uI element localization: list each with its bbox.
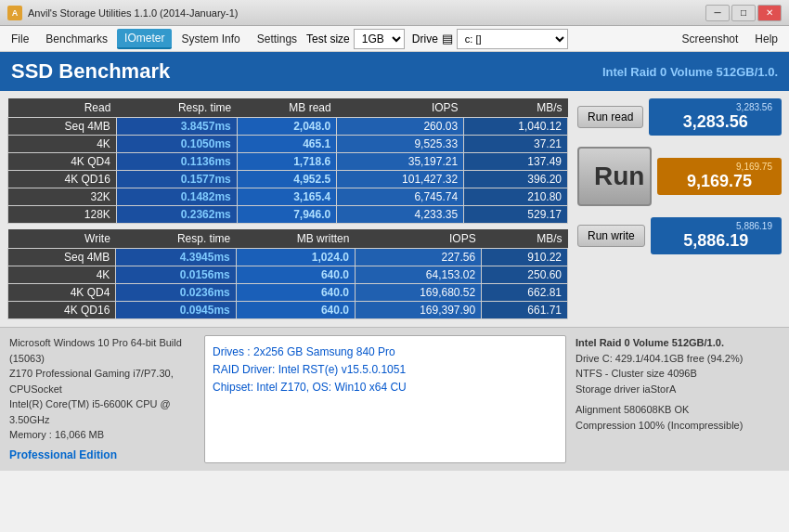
footer: Microsoft Windows 10 Pro 64-bit Build (1…: [0, 327, 789, 471]
footer-line4: Memory : 16,066 MB: [9, 427, 195, 443]
read-table-row: 4K QD160.1577ms4,952.5101,427.32396.20: [8, 171, 568, 188]
main-content: Read Resp. time MB read IOPS MB/s Seq 4M…: [0, 91, 789, 327]
read-col-header: Read: [8, 98, 117, 118]
app-icon: A: [7, 6, 22, 20]
write-cell-3-2: 640.0: [236, 302, 355, 319]
write-cell-0-1: 4.3945ms: [116, 249, 236, 266]
read-cell-3-2: 4,952.5: [237, 171, 336, 188]
footer-right-line1: Drive C: 429.1/404.1GB free (94.2%): [576, 351, 780, 367]
read-cell-5-3: 4,233.35: [337, 206, 464, 224]
total-score-top: 9,169.75: [663, 162, 776, 172]
minimize-button[interactable]: ─: [705, 5, 730, 21]
read-cell-1-3: 9,525.33: [337, 136, 464, 153]
footer-right: Intel Raid 0 Volume 512GB/1.0. Drive C: …: [576, 335, 780, 463]
menu-benchmarks[interactable]: Benchmarks: [38, 30, 115, 48]
menu-file[interactable]: File: [4, 30, 36, 48]
write-resptime-col-header: Resp. time: [116, 229, 236, 249]
write-cell-0-3: 227.56: [355, 249, 481, 266]
read-cell-4-1: 0.1482ms: [116, 188, 237, 206]
footer-right-line3: Storage driver iaStorA: [576, 382, 780, 397]
total-score-box: 9,169.75 9,169.75: [657, 158, 782, 195]
write-cell-1-4: 250.60: [482, 266, 568, 284]
read-cell-4-2: 3,165.4: [237, 188, 336, 206]
maximize-button[interactable]: □: [731, 5, 756, 21]
write-table-row: Seq 4MB4.3945ms1,024.0227.56910.22: [8, 249, 568, 266]
write-table-row: 4K QD40.0236ms640.0169,680.52662.81: [8, 284, 568, 302]
mbread-col-header: MB read: [237, 98, 336, 118]
read-table: Read Resp. time MB read IOPS MB/s Seq 4M…: [7, 98, 568, 224]
footer-line3: Intel(R) Core(TM) i5-6600K CPU @ 3.50GHz: [9, 396, 195, 427]
run-read-button[interactable]: Run read: [577, 106, 643, 128]
write-score-box: 5,886.19 5,886.19: [651, 217, 782, 254]
write-cell-1-0: 4K: [8, 266, 116, 284]
read-table-row: 32K0.1482ms3,165.46,745.74210.80: [8, 188, 568, 206]
footer-center: Drives : 2x256 GB Samsung 840 Pro RAID D…: [204, 335, 566, 463]
read-cell-2-1: 0.1136ms: [116, 153, 237, 171]
pro-edition-label: Professional Edition: [9, 447, 195, 463]
read-cell-1-4: 37.21: [464, 136, 568, 153]
footer-right-title: Intel Raid 0 Volume 512GB/1.0.: [576, 335, 780, 351]
footer-right-line6: Compression 100% (Incompressible): [576, 418, 780, 434]
title-bar-text: Anvil's Storage Utilities 1.1.0 (2014-Ja…: [28, 7, 705, 19]
write-table-row: 4K0.0156ms640.064,153.02250.60: [8, 266, 568, 284]
write-cell-1-1: 0.0156ms: [116, 266, 236, 284]
read-score-row: Run read 3,283.56 3,283.56: [577, 98, 782, 136]
footer-center-line1: Drives : 2x256 GB Samsung 840 Pro: [213, 344, 558, 361]
resptime-col-header: Resp. time: [116, 98, 237, 118]
title-bar: A Anvil's Storage Utilities 1.1.0 (2014-…: [0, 0, 789, 26]
read-cell-2-4: 137.49: [464, 153, 568, 171]
read-cell-3-4: 396.20: [464, 171, 568, 188]
read-table-row: Seq 4MB3.8457ms2,048.0260.031,040.12: [8, 118, 568, 136]
write-table-row: 4K QD160.0945ms640.0169,397.90661.71: [8, 302, 568, 319]
test-size-select[interactable]: 1GB: [354, 29, 405, 49]
drive-group: Drive ▤ c: []: [412, 29, 568, 49]
read-cell-1-0: 4K: [8, 136, 117, 153]
write-cell-2-2: 640.0: [236, 284, 355, 302]
app-header: SSD Benchmark Intel Raid 0 Volume 512GB/…: [0, 52, 789, 91]
write-cell-0-2: 1,024.0: [236, 249, 355, 266]
menu-iometer[interactable]: IOmeter: [117, 29, 172, 49]
read-table-row: 128K0.2362ms7,946.04,233.35529.17: [8, 206, 568, 224]
read-cell-0-2: 2,048.0: [237, 118, 336, 136]
write-score-top: 5,886.19: [656, 221, 776, 231]
read-cell-4-0: 32K: [8, 188, 117, 206]
drive-icon: ▤: [442, 32, 453, 45]
drive-label: Drive: [412, 32, 438, 45]
menu-settings[interactable]: Settings: [250, 30, 304, 48]
read-cell-5-0: 128K: [8, 206, 117, 224]
write-cell-0-0: Seq 4MB: [8, 249, 116, 266]
read-cell-3-1: 0.1577ms: [116, 171, 237, 188]
header-info: Intel Raid 0 Volume 512GB/1.0.: [602, 65, 778, 79]
write-score-row: Run write 5,886.19 5,886.19: [577, 217, 782, 254]
read-cell-2-2: 1,718.6: [237, 153, 336, 171]
read-cell-0-4: 1,040.12: [464, 118, 568, 136]
menu-systeminfo[interactable]: System Info: [174, 30, 247, 48]
test-size-group: Test size 1GB: [306, 29, 405, 49]
iops-col-header: IOPS: [337, 98, 464, 118]
menu-screenshot[interactable]: Screenshot: [675, 30, 746, 48]
menu-help[interactable]: Help: [747, 30, 785, 48]
run-all-button[interactable]: Run: [577, 147, 652, 206]
drive-select[interactable]: c: []: [457, 29, 568, 49]
write-cell-2-4: 662.81: [482, 284, 568, 302]
write-cell-3-4: 661.71: [482, 302, 568, 319]
write-iops-col-header: IOPS: [355, 229, 481, 249]
footer-left: Microsoft Windows 10 Pro 64-bit Build (1…: [9, 335, 195, 463]
read-cell-2-0: 4K QD4: [8, 153, 117, 171]
read-cell-3-0: 4K QD16: [8, 171, 117, 188]
write-cell-2-3: 169,680.52: [355, 284, 481, 302]
app-title: SSD Benchmark: [11, 59, 170, 84]
read-score-box: 3,283.56 3,283.56: [649, 98, 782, 136]
write-cell-1-2: 640.0: [236, 266, 355, 284]
write-cell-3-3: 169,397.90: [355, 302, 481, 319]
close-button[interactable]: ✕: [757, 5, 782, 21]
read-cell-0-1: 3.8457ms: [116, 118, 237, 136]
read-cell-0-0: Seq 4MB: [8, 118, 117, 136]
run-write-button[interactable]: Run write: [577, 225, 645, 247]
menu-bar: File Benchmarks IOmeter System Info Sett…: [0, 26, 789, 52]
write-cell-0-4: 910.22: [482, 249, 568, 266]
write-table: Write Resp. time MB written IOPS MB/s Se…: [7, 229, 568, 319]
mbs-col-header: MB/s: [464, 98, 568, 118]
footer-line1: Microsoft Windows 10 Pro 64-bit Build (1…: [9, 335, 195, 366]
read-table-row: 4K QD40.1136ms1,718.635,197.21137.49: [8, 153, 568, 171]
